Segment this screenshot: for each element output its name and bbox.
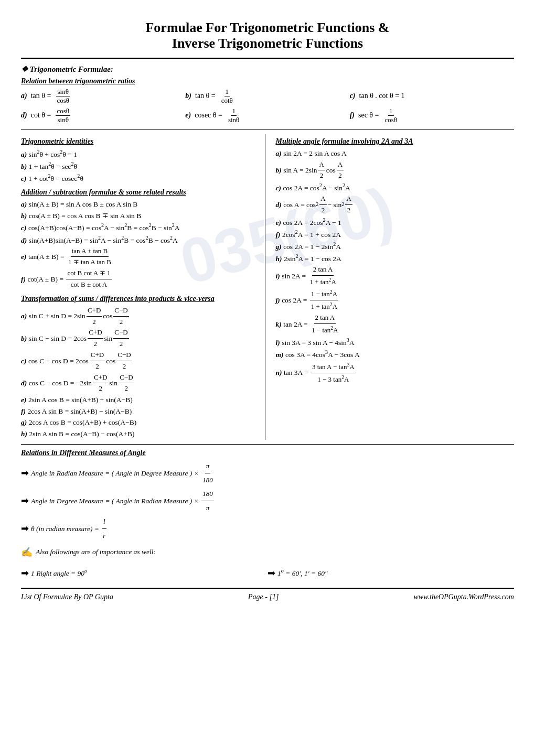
footer: List Of Formulae By OP Gupta Page - [1] … [21,588,514,601]
identities-heading: Trigonometric identities [21,137,260,146]
multiple-angle-heading: Multiple angle formulae involving 2A and… [276,137,515,146]
formula-f: f) sec θ = 1 cosθ [350,107,514,124]
relations-list: ➡ Angle in Radian Measure = ( Angle in D… [21,459,514,582]
ma-n: n) tan 3A = 3 tan A − tan3A 1 − 3 tan2A [276,361,515,385]
relation-1: ➡ Angle in Radian Measure = ( Angle in D… [21,459,514,487]
trans-a: a) sin C + sin D = 2sin C+D2 cosC−D2 [21,305,260,328]
formula-d: d) cot θ = cosθ sinθ [21,107,185,124]
ma-j: j) cos 2A = 1 − tan2A 1 + tan2A [276,288,515,312]
add-d: d) sin(A+B)sin(A−B) = sin2A − sin2B = co… [21,234,260,246]
formula-row-2: d) cot θ = cosθ sinθ e) cosec θ = 1 sinθ… [21,107,514,124]
trans-e: e) 2sin A cos B = sin(A+B) + sin(A−B) [21,394,260,406]
addition-heading: Addition / subtraction formulae & some r… [21,188,260,197]
ma-f: f) 2cos2A = 1 + cos 2A [276,228,515,240]
ma-g: g) cos 2A = 1 − 2sin2A [276,240,515,252]
divider-1 [21,129,514,130]
trans-f: f) 2cos A sin B = sin(A+B) − sin(A−B) [21,406,260,417]
relation-3: ➡ θ (in radian measure) = l r [21,515,514,543]
identity-b: b) 1 + tan2θ = sec2θ [21,160,260,172]
trans-h: h) 2sin A sin B = cos(A−B) − cos(A+B) [21,428,260,440]
main-two-col: Trigonometric identities a) sin2θ + cos2… [21,134,514,440]
ma-e: e) cos 2A = 2cos2A − 1 [276,216,515,228]
identity-a: a) sin2θ + cos2θ = 1 [21,148,260,160]
footer-center: Page - [1] [248,593,279,601]
ma-a: a) sin 2A = 2 sin A cos A [276,148,515,159]
add-c: c) cos(A+B)cos(A−B) = cos2A − sin2B = co… [21,221,260,233]
page-title: Formulae For Trigonometric Functions & I… [21,10,514,59]
identity-c: c) 1 + cot2θ = cosec2θ [21,172,260,184]
trans-g: g) 2cos A cos B = cos(A+B) + cos(A−B) [21,417,260,428]
add-a: a) sin(A ± B) = sin A cos B ± cos A sin … [21,199,260,210]
trans-d: d) cos C − cos D = −2sin C+D2 sinC−D2 [21,372,260,395]
footer-left: List Of Formulae By OP Gupta [21,593,113,601]
formula-e: e) cosec θ = 1 sinθ [185,107,349,124]
formula-row-1: a) tan θ = sinθ cosθ b) tan θ = 1 cotθ c… [21,88,514,105]
trig-formulae-header: Trigonometric Formulae: [21,64,514,74]
left-col: Trigonometric identities a) sin2θ + cos2… [21,134,265,440]
relation-ratios-heading: Relation between trigonometric ratios [21,77,514,85]
add-e: e) tan(A ± B) = tan A ± tan B 1 ∓ tan A … [21,246,260,268]
trans-c: c) cos C + cos D = 2cos C+D2 cosC−D2 [21,350,260,372]
ma-k: k) tan 2A = 2 tan A 1 − tan2A [276,312,515,336]
ma-h: h) 2sin2A = 1 − cos 2A [276,252,515,264]
trans-b: b) sin C − sin D = 2cos C+D2 sinC−D2 [21,327,260,350]
formula-c: c) tan θ . cot θ = 1 [350,92,514,100]
transformation-heading: Transformation of sums / differences int… [21,295,260,303]
relation-5: ➡ 1 Right angle = 90o ➡ 1o = 60′, 1′ = 6… [21,564,514,582]
identities-list: a) sin2θ + cos2θ = 1 b) 1 + tan2θ = sec2… [21,148,260,184]
ma-d: d) cos A = cos2 A2 − sin2A2 [276,193,515,216]
transformation-list: a) sin C + sin D = 2sin C+D2 cosC−D2 b) … [21,305,260,440]
add-f: f) cot(A ± B) = cot B cot A ∓ 1 cot B ± … [21,268,260,290]
addition-list: a) sin(A ± B) = sin A cos B ± cos A sin … [21,199,260,290]
relations-heading: Relations in Different Measures of Angle [21,449,514,457]
divider-2 [21,444,514,445]
right-col: Multiple angle formulae involving 2A and… [265,134,515,440]
ma-m: m) cos 3A = 4cos3A − 3cos A [276,348,515,360]
relation-2: ➡ Angle in Degree Measure = ( Angle in R… [21,487,514,515]
footer-right: www.theOPGupta.WordPress.com [414,593,514,601]
ma-i: i) sin 2A = 2 tan A 1 + tan2A [276,264,515,288]
relation-4: ✍ Also followings are of importance as w… [21,543,514,561]
formula-a: a) tan θ = sinθ cosθ [21,88,185,105]
add-b: b) cos(A ± B) = cos A cos B ∓ sin A sin … [21,210,260,222]
formula-b: b) tan θ = 1 cotθ [185,88,349,105]
ma-b: b) sin A = 2sin A2 cosA2 [276,159,515,182]
relations-section: Relations in Different Measures of Angle… [21,449,514,582]
ma-l: l) sin 3A = 3 sin A − 4sin3A [276,336,515,348]
multiple-angle-list: a) sin 2A = 2 sin A cos A b) sin A = 2si… [276,148,515,385]
ma-c: c) cos 2A = cos2A − sin2A [276,181,515,193]
